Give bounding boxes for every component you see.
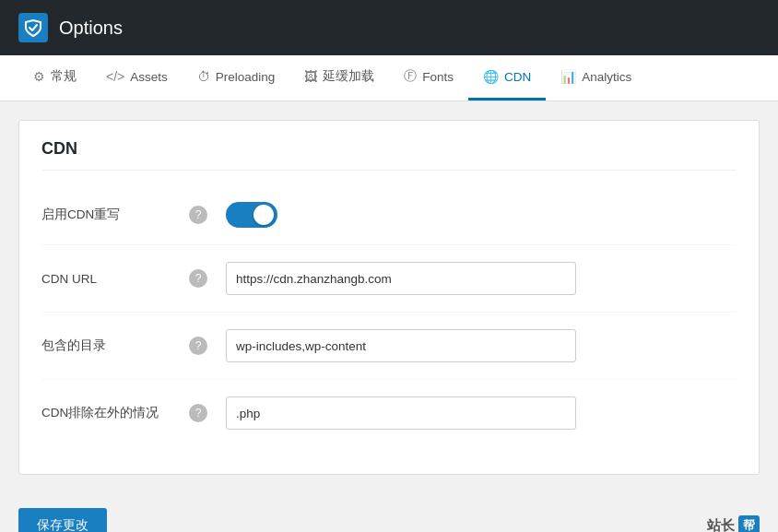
cdn-card: CDN 启用CDN重写 ? CDN URL ? 包含的目录 ? bbox=[18, 120, 760, 475]
logo-icon bbox=[18, 13, 48, 42]
cdn-rewrite-toggle-wrapper bbox=[226, 202, 277, 228]
general-icon: ⚙ bbox=[33, 69, 45, 84]
footer: 保存更改 站长 帮 bbox=[0, 493, 778, 532]
tab-general[interactable]: ⚙ 常规 bbox=[18, 55, 91, 100]
watermark: 站长 帮 bbox=[707, 515, 760, 532]
svg-rect-0 bbox=[18, 13, 48, 42]
cdn-url-input[interactable] bbox=[226, 262, 576, 295]
fonts-icon: Ⓕ bbox=[404, 68, 417, 85]
tab-preloading[interactable]: ⏱ Preloading bbox=[183, 55, 290, 100]
tab-assets-label: Assets bbox=[130, 70, 168, 84]
cdn-url-help[interactable]: ? bbox=[189, 269, 207, 288]
page-title: Options bbox=[59, 18, 123, 39]
cdn-rewrite-toggle[interactable] bbox=[226, 202, 277, 228]
include-dirs-help[interactable]: ? bbox=[189, 337, 207, 355]
cdn-exclude-row: CDN排除在外的情况 ? bbox=[41, 380, 737, 446]
preloading-icon: ⏱ bbox=[197, 69, 210, 84]
analytics-icon: 📊 bbox=[560, 69, 576, 84]
include-dirs-label: 包含的目录 bbox=[41, 337, 189, 354]
cdn-rewrite-row: 启用CDN重写 ? bbox=[41, 185, 737, 245]
tab-fonts[interactable]: Ⓕ Fonts bbox=[389, 55, 468, 100]
tab-cdn[interactable]: 🌐 CDN bbox=[468, 55, 546, 100]
tab-general-label: 常规 bbox=[51, 68, 77, 85]
cdn-rewrite-label: 启用CDN重写 bbox=[41, 207, 189, 223]
include-dirs-row: 包含的目录 ? bbox=[41, 313, 737, 380]
include-dirs-input[interactable] bbox=[226, 329, 576, 362]
assets-icon: </> bbox=[106, 69, 124, 84]
tab-lazyload-label: 延缓加载 bbox=[323, 68, 374, 85]
cdn-exclude-help[interactable]: ? bbox=[189, 404, 207, 422]
tab-preloading-label: Preloading bbox=[216, 70, 276, 84]
tab-analytics-label: Analytics bbox=[582, 70, 631, 84]
lazyload-icon: 🖼 bbox=[304, 69, 317, 84]
tab-lazyload[interactable]: 🖼 延缓加载 bbox=[289, 55, 389, 100]
toggle-track bbox=[226, 202, 277, 228]
tab-cdn-label: CDN bbox=[504, 70, 531, 84]
watermark-badge: 帮 bbox=[738, 515, 760, 532]
tabs-bar: ⚙ 常规 </> Assets ⏱ Preloading 🖼 延缓加载 Ⓕ Fo… bbox=[0, 55, 778, 101]
main-content: CDN 启用CDN重写 ? CDN URL ? 包含的目录 ? bbox=[0, 101, 778, 493]
toggle-thumb bbox=[253, 205, 274, 225]
tab-analytics[interactable]: 📊 Analytics bbox=[546, 55, 646, 100]
tab-assets[interactable]: </> Assets bbox=[91, 55, 183, 100]
cdn-url-label: CDN URL bbox=[41, 272, 189, 286]
cdn-icon: 🌐 bbox=[483, 69, 499, 84]
tab-fonts-label: Fonts bbox=[422, 70, 454, 84]
cdn-exclude-label: CDN排除在外的情况 bbox=[41, 405, 189, 421]
cdn-exclude-input[interactable] bbox=[226, 396, 576, 430]
cdn-rewrite-help[interactable]: ? bbox=[189, 206, 207, 224]
save-button[interactable]: 保存更改 bbox=[18, 508, 107, 532]
watermark-text: 站长 bbox=[707, 517, 735, 533]
cdn-card-title: CDN bbox=[41, 139, 737, 171]
cdn-url-row: CDN URL ? bbox=[41, 245, 737, 313]
header: Options bbox=[0, 0, 778, 55]
